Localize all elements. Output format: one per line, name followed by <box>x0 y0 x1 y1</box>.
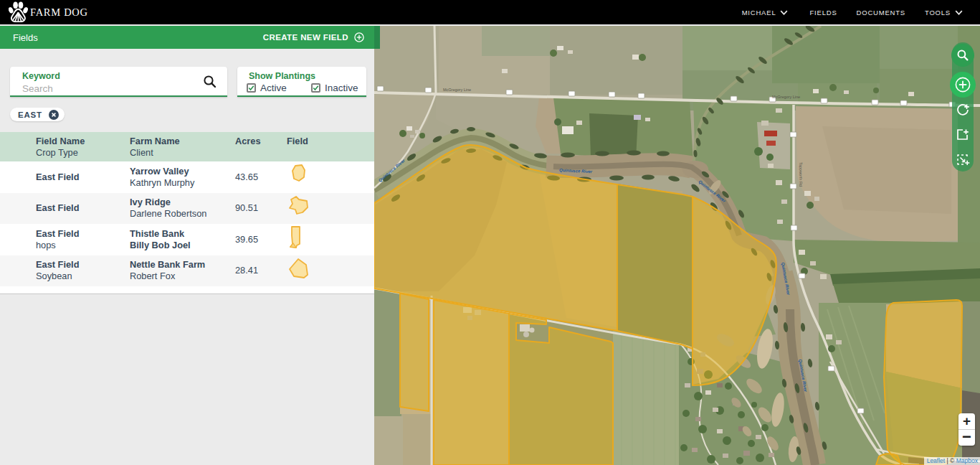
svg-text:McGregory Line: McGregory Line <box>772 95 800 99</box>
svg-text:Tappworth Rd: Tappworth Rd <box>799 162 803 187</box>
svg-text:McGregory Line: McGregory Line <box>443 88 471 92</box>
